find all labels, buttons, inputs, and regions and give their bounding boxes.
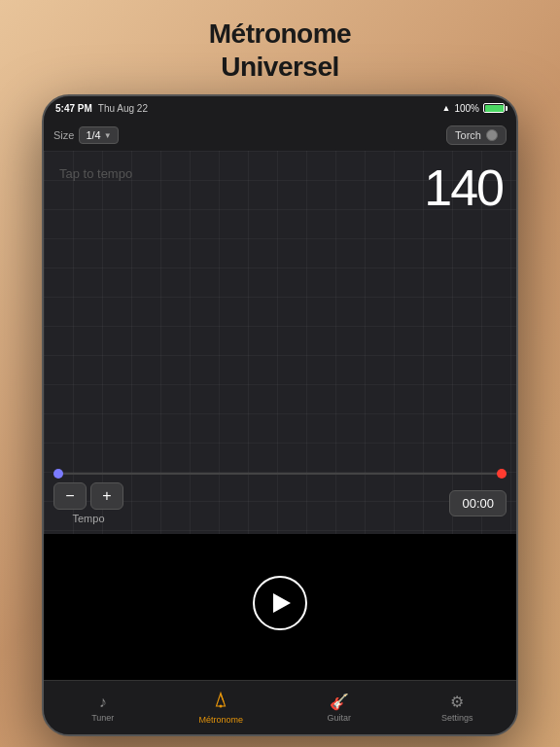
tempo-display: 140 [424,159,503,217]
tab-item-metronome[interactable]: Métronome [162,681,281,734]
metronome-label: Métronome [198,715,243,725]
svg-point-1 [220,704,223,707]
status-date: Thu Aug 22 [98,103,148,114]
metronome-icon [212,692,229,713]
slider-left-handle[interactable] [53,469,63,479]
status-bar: 5:47 PM Thu Aug 22 ▲ 100% [44,96,516,120]
status-time: 5:47 PM [55,103,92,114]
top-toolbar: Size 1/4 ▼ Torch [44,120,516,151]
controls-row: − + Tempo 00:00 [44,482,516,524]
metronome-area[interactable]: Tap to tempo 140 − + Tempo [44,151,516,534]
wifi-percent: 100% [454,103,479,114]
tempo-text: Tempo [72,513,104,524]
tab-bar: ♪ Tuner Métronome 🎸 Guitar ⚙ Settings [44,680,516,734]
slider-track[interactable] [53,473,507,475]
battery-icon [483,103,505,113]
tempo-buttons: − + [53,482,123,510]
play-button[interactable] [253,576,307,630]
bottom-section [44,534,516,680]
slider-right-handle[interactable] [497,469,507,479]
size-label: Size [53,129,74,141]
size-value-box[interactable]: 1/4 ▼ [79,126,118,144]
play-icon [273,593,291,613]
torch-label: Torch [455,129,481,141]
tempo-minus-button[interactable]: − [53,482,87,510]
page-title: Métronome Universel [19,18,541,83]
tab-item-settings[interactable]: ⚙ Settings [399,681,517,734]
size-value: 1/4 [86,129,100,141]
tempo-controls: − + Tempo [53,482,123,524]
settings-icon: ⚙ [450,693,464,711]
page-title-area: Métronome Universel [0,0,560,94]
battery-fill [485,105,504,112]
device-frame: 5:47 PM Thu Aug 22 ▲ 100% Size 1/4 ▼ Tor… [42,94,518,736]
guitar-icon: 🎸 [330,693,349,711]
guitar-label: Guitar [327,713,351,723]
timer-display: 00:00 [449,490,507,516]
svg-line-0 [221,694,224,702]
tab-item-tuner[interactable]: ♪ Tuner [44,681,162,734]
status-right-icons: ▲ 100% [442,103,506,114]
wifi-icon: ▲ [442,103,451,113]
tab-item-guitar[interactable]: 🎸 Guitar [280,681,399,734]
status-time-date: 5:47 PM Thu Aug 22 [55,103,148,114]
slider-area[interactable] [44,464,516,483]
size-control[interactable]: Size 1/4 ▼ [53,126,119,144]
torch-button[interactable]: Torch [446,125,507,145]
dropdown-arrow-icon: ▼ [104,131,112,140]
torch-dot [486,129,498,141]
tuner-label: Tuner [91,713,114,723]
tempo-plus-button[interactable]: + [90,482,123,510]
settings-label: Settings [441,713,473,723]
tap-tempo-label[interactable]: Tap to tempo [59,166,132,181]
tuner-icon: ♪ [99,694,107,711]
